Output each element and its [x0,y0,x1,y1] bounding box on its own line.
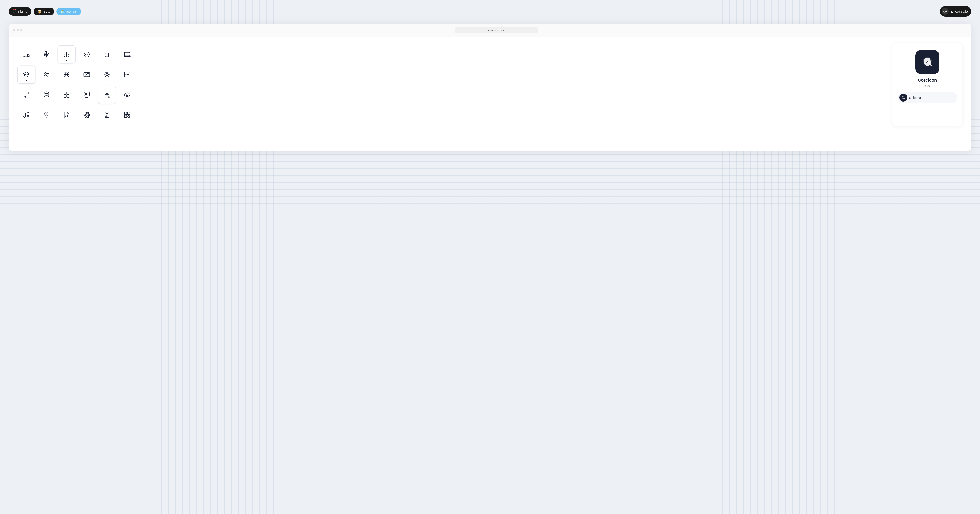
dot-yellow [17,29,19,31]
browser-bar: coreicon.dev [9,24,971,37]
svg-point-25 [126,94,128,96]
svg-icon: 🍺 [38,10,42,14]
icon-cell-scale[interactable] [58,46,75,63]
icon-cell-id-card[interactable] [78,66,95,83]
linear-style-button[interactable]: Linear style [940,6,971,17]
svg-rect-36 [124,115,127,118]
svg-rect-1 [13,11,14,12]
svg-rect-3 [15,9,16,10]
icon-cell-users[interactable] [38,66,55,83]
icon-cell-app-search[interactable] [118,106,136,124]
svg-rect-20 [64,92,67,94]
sidebar-card: Coreicon 1640+ [892,43,963,126]
search-input[interactable] [909,96,955,99]
browser-dots [13,29,22,31]
browser-window: coreicon.dev [9,24,971,151]
svg-rect-24 [84,92,89,96]
icon-dot-scale [66,60,67,61]
icon-cell-dashboard[interactable] [58,86,75,104]
svg-point-16 [85,74,86,75]
right-section: Linear style [940,6,971,17]
icon-cell-file-code[interactable] [58,106,75,124]
svg-rect-23 [67,95,69,97]
linear-style-icon [942,8,949,15]
icon-cell-brain[interactable] [38,46,55,63]
icon-dot-graduation [26,80,27,81]
icon-cell-presentation[interactable] [78,86,95,104]
search-button[interactable] [899,94,907,102]
svg-rect-21 [67,92,69,94]
svg-point-27 [27,115,29,117]
icon-cell-at[interactable] [98,66,116,83]
iconjar-pill[interactable]: 🫙 IconJar [56,8,81,15]
main-content: Coreicon 1640+ [9,37,971,132]
app-count: 1640+ [923,84,932,88]
icon-cell-database[interactable] [38,86,55,104]
app-name: Coreicon [918,78,937,83]
search-row [897,92,957,103]
svg-point-26 [24,116,25,118]
icon-cell-eye[interactable] [118,86,136,104]
svg-rect-34 [124,112,127,115]
svg-point-17 [106,73,108,76]
dot-green [20,29,22,31]
icon-cell-paint[interactable] [18,86,35,104]
svg-rect-6 [23,54,27,57]
export-pill-group: Figma 🍺 SVG 🫙 IconJar [9,7,81,16]
app-logo [915,50,939,74]
iconjar-label: IconJar [66,10,77,13]
svg-rect-35 [127,112,130,115]
svg-point-4 [15,11,16,12]
icon-cell-tin[interactable] [98,46,116,63]
icon-cell-checklist[interactable] [118,66,136,83]
top-bar: Figma 🍺 SVG 🫙 IconJar Linear style [9,6,971,17]
svg-point-39 [927,61,928,62]
icon-cell-laptop[interactable] [118,46,136,63]
svg-label: SVG [43,10,50,13]
svg-rect-0 [13,9,14,10]
icon-cell-atom[interactable] [78,106,95,124]
iconjar-icon: 🫙 [60,10,65,14]
icon-grid-area [18,43,884,126]
figma-pill[interactable]: Figma [9,7,31,16]
icon-dot-sparkle [107,101,107,101]
svg-point-13 [47,73,48,74]
icon-cell-graduation[interactable] [18,66,35,83]
svg-point-28 [46,113,47,114]
icon-cell-sparkle[interactable] [98,86,116,104]
icon-cell-task-list[interactable] [98,106,116,124]
icon-cell-location[interactable] [38,106,55,124]
svg-point-12 [45,73,46,74]
svg-rect-11 [124,53,130,56]
icon-cell-check-circle[interactable] [78,46,95,63]
icon-cell-globe[interactable] [58,66,75,83]
icon-cell-music[interactable] [18,106,35,124]
svg-rect-2 [13,12,14,13]
svg-point-9 [84,52,89,57]
page-wrapper: Figma 🍺 SVG 🫙 IconJar Linear style [0,0,980,514]
browser-url-bar[interactable]: coreicon.dev [455,27,538,33]
figma-icon [13,9,17,14]
dot-red [13,29,15,31]
svg-point-32 [86,115,87,115]
figma-label: Figma [18,10,27,13]
svg-point-19 [44,92,49,94]
svg-rect-33 [106,112,108,113]
icon-cell-delivery[interactable] [18,46,35,63]
icon-grid [18,43,884,126]
svg-rect-22 [64,95,67,97]
linear-style-label: Linear style [951,10,968,13]
svg-pill[interactable]: 🍺 SVG [33,8,54,15]
